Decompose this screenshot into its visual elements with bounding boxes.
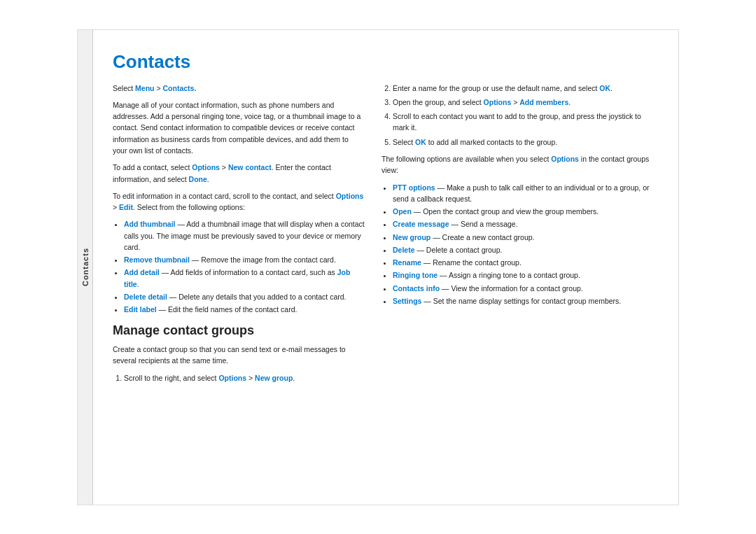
list-item: Open the group, and select Options > Add… <box>393 97 659 108</box>
list-item: Add thumbnail — Add a thumbnail image th… <box>124 218 365 253</box>
body-para-3: To edit information in a contact card, s… <box>113 190 365 213</box>
section-title: Manage contact groups <box>113 323 365 339</box>
ptt-options-link: PTT options <box>393 183 435 192</box>
new-group-link-1: New group <box>255 374 293 382</box>
create-message-link: Create message <box>393 220 449 228</box>
delete-link: Delete <box>393 246 415 254</box>
side-tab-label: Contacts <box>81 248 90 286</box>
options-link-5: Options <box>551 155 579 163</box>
list-item: Scroll to the right, and select Options … <box>124 372 365 384</box>
ringing-tone-link: Ringing tone <box>393 271 438 279</box>
list-item: PTT options — Make a push to talk call e… <box>393 182 659 205</box>
options-link-1: Options <box>192 163 220 171</box>
list-item: Create message — Send a message. <box>393 218 659 230</box>
page-title: Contacts <box>113 51 659 73</box>
list-item: Edit label — Edit the field names of the… <box>124 304 365 315</box>
contacts-link: Contacts. <box>163 84 197 92</box>
edit-label-link: Edit label <box>124 305 157 314</box>
rename-link: Rename <box>393 258 421 267</box>
list-item: Delete — Delete a contact group. <box>393 244 659 255</box>
edit-options-list: Add thumbnail — Add a thumbnail image th… <box>113 218 365 315</box>
ok-link-1: OK <box>599 84 610 92</box>
options-intro: The following options are available when… <box>382 153 659 176</box>
contacts-info-link: Contacts info <box>393 284 440 293</box>
list-item: Select OK to add all marked contacts to … <box>393 136 659 148</box>
delete-detail-link: Delete detail <box>124 293 167 301</box>
options-link-2: Options <box>336 192 364 200</box>
two-column-layout: Select Menu > Contacts. Manage all of yo… <box>113 83 659 491</box>
body-para-1: Manage all of your contact information, … <box>113 99 365 156</box>
menu-link: Menu <box>135 84 154 92</box>
remove-thumbnail-link: Remove thumbnail <box>124 255 190 264</box>
body-para-2: To add a contact, select Options > New c… <box>113 162 365 185</box>
right-column: Enter a name for the group or use the de… <box>382 83 659 491</box>
new-group-link-2: New group <box>393 233 430 241</box>
list-item: Scroll to each contact you want to add t… <box>393 111 659 134</box>
list-item: Remove thumbnail — Remove the image from… <box>124 254 365 265</box>
content-area: Contacts Select Menu > Contacts. Manage … <box>93 30 678 505</box>
left-column: Select Menu > Contacts. Manage all of yo… <box>113 83 365 491</box>
intro-para: Select Menu > Contacts. <box>113 83 365 94</box>
list-item: Enter a name for the group or use the de… <box>393 83 659 94</box>
left-numbered-list: Scroll to the right, and select Options … <box>113 372 365 384</box>
ok-link-2: OK <box>415 138 426 146</box>
group-options-list: PTT options — Make a push to talk call e… <box>382 182 659 307</box>
side-tab: Contacts <box>78 30 93 505</box>
list-item: Ringing tone — Assign a ringing tone to … <box>393 269 659 281</box>
new-contact-link: New contact <box>228 163 272 171</box>
list-item: Contacts info — View the information for… <box>393 283 659 294</box>
list-item: Settings — Set the name display settings… <box>393 295 659 307</box>
list-item: Add detail — Add fields of information t… <box>124 267 365 290</box>
page-container: Contacts Contacts Select Menu > Contacts… <box>77 29 679 505</box>
edit-link: Edit <box>119 203 133 211</box>
section-para: Create a contact group so that you can s… <box>113 344 365 367</box>
options-link-4: Options <box>484 98 512 106</box>
settings-link: Settings <box>393 297 421 305</box>
list-item: Open — Open the contact group and view t… <box>393 206 659 217</box>
add-detail-link: Add detail <box>124 268 160 276</box>
add-members-link: Add members <box>519 98 568 106</box>
right-numbered-list: Enter a name for the group or use the de… <box>382 83 659 148</box>
list-item: New group — Create a new contact group. <box>393 232 659 243</box>
open-link: Open <box>393 207 412 216</box>
list-item: Delete detail — Delete any details that … <box>124 291 365 302</box>
add-thumbnail-link: Add thumbnail <box>124 220 176 228</box>
list-item: Rename — Rename the contact group. <box>393 257 659 268</box>
done-link: Done <box>189 175 207 183</box>
options-link-3: Options <box>218 374 246 382</box>
